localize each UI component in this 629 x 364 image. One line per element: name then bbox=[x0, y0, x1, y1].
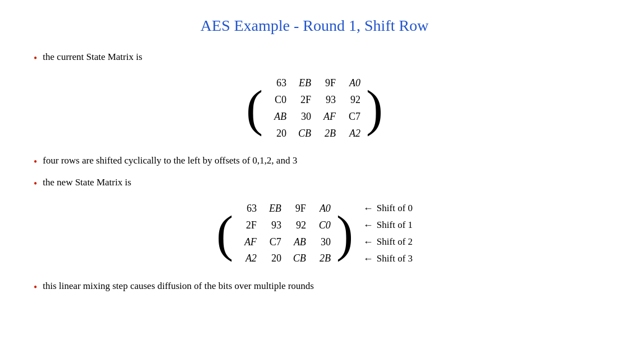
m1-r0-c3: A0 bbox=[339, 76, 364, 91]
table-row: AB 30 AF C7 bbox=[265, 109, 364, 125]
table-row: A2 20 CB 2B bbox=[235, 251, 334, 267]
bullet-text-current-state: the current State Matrix is bbox=[43, 52, 142, 63]
matrix2-bracket-left: ( bbox=[216, 209, 233, 259]
m1-r1-c2: 93 bbox=[314, 92, 339, 108]
m2-r0-c1: EB bbox=[260, 201, 285, 217]
shift-labels: ← Shift of 0 ← Shift of 1 ← Shift of 2 ←… bbox=[363, 201, 413, 267]
m2-r3-c2: CB bbox=[285, 251, 309, 267]
m1-r3-c0: 20 bbox=[265, 126, 290, 142]
m2-r1-c1: 93 bbox=[260, 218, 285, 234]
m2-r2-c2: AB bbox=[285, 235, 309, 250]
table-row: C0 2F 93 92 bbox=[265, 92, 364, 108]
matrix2: ( 63 EB 9F A0 2F 93 92 C0 AF C7 AB bbox=[216, 201, 353, 267]
arrow-icon-0: ← bbox=[363, 201, 373, 217]
page-title: AES Example - Round 1, Shift Row bbox=[34, 17, 595, 35]
shift-label-0: ← Shift of 0 bbox=[363, 201, 413, 217]
arrow-icon-1: ← bbox=[363, 218, 373, 234]
m1-r2-c2: AF bbox=[314, 109, 339, 125]
m2-r0-c3: A0 bbox=[309, 201, 334, 217]
m1-r1-c3: 92 bbox=[339, 92, 364, 108]
matrix1-bracket-right: ) bbox=[366, 83, 383, 134]
table-row: 63 EB 9F A0 bbox=[235, 201, 334, 217]
shift-text-0: Shift of 0 bbox=[377, 201, 413, 216]
table-row: 63 EB 9F A0 bbox=[265, 76, 364, 91]
m1-r2-c1: 30 bbox=[290, 109, 314, 125]
bullet-text-new-state: the new State Matrix is bbox=[43, 177, 131, 188]
bullet-dot-4: • bbox=[34, 282, 37, 293]
shift-label-1: ← Shift of 1 bbox=[363, 218, 413, 234]
matrix2-bracket-right: ) bbox=[336, 209, 353, 259]
arrow-icon-2: ← bbox=[363, 235, 373, 250]
m1-r3-c1: CB bbox=[290, 126, 314, 142]
shift-label-3: ← Shift of 3 bbox=[363, 251, 413, 267]
bullet-new-state: • the new State Matrix is bbox=[34, 177, 595, 190]
m2-r0-c0: 63 bbox=[235, 201, 260, 217]
bullet-dot-1: • bbox=[34, 53, 37, 64]
matrix1-bracket-left: ( bbox=[246, 83, 263, 134]
shift-text-3: Shift of 3 bbox=[377, 251, 413, 266]
m2-r3-c0: A2 bbox=[235, 251, 260, 267]
m2-r2-c0: AF bbox=[235, 235, 260, 250]
m2-r1-c0: 2F bbox=[235, 218, 260, 234]
m1-r1-c1: 2F bbox=[290, 92, 314, 108]
matrix1-content: 63 EB 9F A0 C0 2F 93 92 AB 30 AF C7 20 C… bbox=[265, 76, 364, 142]
bullet-linear-mixing: • this linear mixing step causes diffusi… bbox=[34, 281, 595, 293]
m2-r3-c3: 2B bbox=[309, 251, 334, 267]
matrix1: ( 63 EB 9F A0 C0 2F 93 92 AB 30 AF C7 20 bbox=[246, 76, 383, 142]
matrix2-content: 63 EB 9F A0 2F 93 92 C0 AF C7 AB 30 bbox=[235, 201, 334, 267]
table-row: 20 CB 2B A2 bbox=[265, 126, 364, 142]
m2-r0-c2: 9F bbox=[285, 201, 309, 217]
m1-r2-c0: AB bbox=[265, 109, 290, 125]
m1-r0-c0: 63 bbox=[265, 76, 290, 91]
m1-r3-c3: A2 bbox=[339, 126, 364, 142]
matrix2-container: ( 63 EB 9F A0 2F 93 92 C0 AF C7 AB bbox=[34, 201, 595, 267]
m1-r2-c3: C7 bbox=[339, 109, 364, 125]
table-row: 2F 93 92 C0 bbox=[235, 218, 334, 234]
shift-label-2: ← Shift of 2 bbox=[363, 235, 413, 250]
table-row: AF C7 AB 30 bbox=[235, 235, 334, 250]
matrix2-with-labels: ( 63 EB 9F A0 2F 93 92 C0 AF C7 AB bbox=[216, 201, 413, 267]
bullet-current-state: • the current State Matrix is bbox=[34, 52, 595, 64]
m2-r2-c3: 30 bbox=[309, 235, 334, 250]
m1-r0-c2: 9F bbox=[314, 76, 339, 91]
bullet-text-four-rows: four rows are shifted cyclically to the … bbox=[43, 155, 297, 166]
m1-r3-c2: 2B bbox=[314, 126, 339, 142]
m2-r1-c3: C0 bbox=[309, 218, 334, 234]
bullet-four-rows: • four rows are shifted cyclically to th… bbox=[34, 155, 595, 168]
m2-r2-c1: C7 bbox=[260, 235, 285, 250]
shift-text-2: Shift of 2 bbox=[377, 235, 413, 249]
m2-r3-c1: 20 bbox=[260, 251, 285, 267]
bullet-text-linear-mixing: this linear mixing step causes diffusion… bbox=[43, 281, 314, 292]
arrow-icon-3: ← bbox=[363, 251, 373, 267]
bullet-dot-2: • bbox=[34, 156, 37, 168]
bullet-dot-3: • bbox=[34, 178, 37, 190]
m1-r0-c1: EB bbox=[290, 76, 314, 91]
m2-r1-c2: 92 bbox=[285, 218, 309, 234]
m1-r1-c0: C0 bbox=[265, 92, 290, 108]
matrix1-container: ( 63 EB 9F A0 C0 2F 93 92 AB 30 AF C7 20 bbox=[34, 76, 595, 142]
shift-text-1: Shift of 1 bbox=[377, 218, 413, 232]
